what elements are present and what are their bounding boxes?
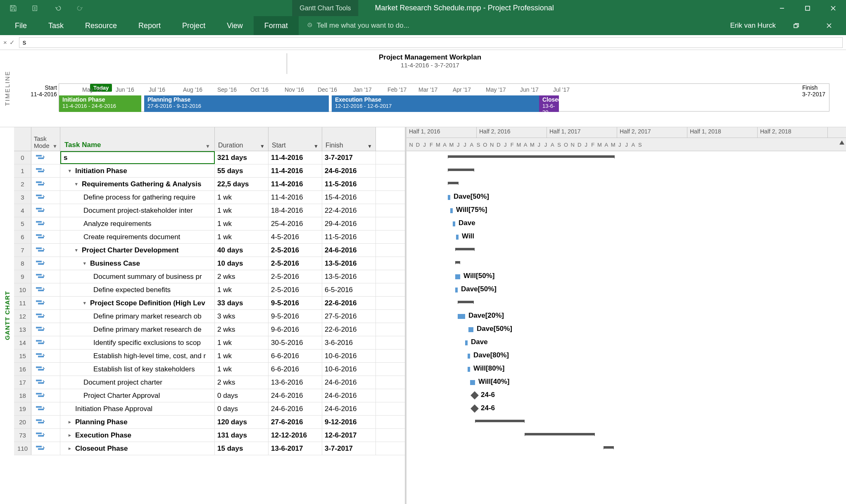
task-row[interactable]: 20▸Planning Phase120 days27-6-20169-12-2… — [14, 416, 405, 429]
task-name-cell[interactable]: ▾Project Charter Development — [60, 244, 215, 257]
task-row[interactable]: 5Analyze requirements1 wk25-4-201629-4-2… — [14, 217, 405, 231]
task-name-cell[interactable]: Create requirements document — [60, 231, 215, 243]
gantt-row[interactable]: Dave[80%] — [406, 349, 846, 363]
duration-cell[interactable]: 0 days — [215, 389, 269, 402]
task-name-cell[interactable]: Document project-stakeholder inter — [60, 204, 215, 217]
task-mode-cell[interactable] — [31, 151, 60, 164]
task-name-cell[interactable]: s — [60, 151, 215, 164]
duration-cell[interactable]: 1 wk — [215, 349, 269, 362]
task-mode-cell[interactable] — [31, 389, 60, 402]
summary-bar[interactable] — [525, 433, 595, 437]
task-mode-cell[interactable] — [31, 164, 60, 177]
finish-cell[interactable]: 10-6-2016 — [322, 349, 376, 362]
task-row[interactable]: 2▾Requirements Gathering & Analysis22,5 … — [14, 178, 405, 191]
finish-cell[interactable]: 24-6-2016 — [322, 402, 376, 415]
task-name-cell[interactable]: Define primary market research de — [60, 323, 215, 336]
task-mode-cell[interactable] — [31, 270, 60, 283]
col-id[interactable] — [14, 127, 31, 151]
row-id[interactable]: 13 — [14, 323, 31, 336]
task-bar[interactable] — [455, 288, 458, 292]
task-row[interactable]: 13Define primary market research de2 wks… — [14, 323, 405, 336]
timeline-track[interactable]: Today May '16Jun '16Jul '16Aug '16Sep '1… — [59, 83, 829, 112]
task-name-cell[interactable]: ▾Requirements Gathering & Analysis — [60, 178, 215, 190]
row-id[interactable]: 4 — [14, 204, 31, 217]
summary-bar[interactable] — [458, 301, 474, 305]
task-mode-cell[interactable] — [31, 442, 60, 455]
finish-cell[interactable]: 13-5-2016 — [322, 270, 376, 283]
gantt-row[interactable] — [406, 244, 846, 257]
duration-cell[interactable]: 1 wk — [215, 204, 269, 217]
row-id[interactable]: 14 — [14, 336, 31, 349]
task-bar[interactable] — [456, 235, 459, 240]
undo-icon[interactable] — [53, 3, 63, 13]
undo-history-icon[interactable] — [31, 3, 40, 13]
task-bar[interactable] — [448, 195, 450, 200]
start-cell[interactable]: 11-4-2016 — [269, 164, 322, 177]
start-cell[interactable]: 27-6-2016 — [269, 416, 322, 428]
task-row[interactable]: 1▾Initiation Phase55 days11-4-201624-6-2… — [14, 164, 405, 178]
gantt-row[interactable]: 24-6 — [406, 402, 846, 416]
redo-icon[interactable] — [75, 3, 85, 13]
finish-cell[interactable]: 11-5-2016 — [322, 231, 376, 243]
finish-cell[interactable]: 6-5-2016 — [322, 283, 376, 296]
context-tab[interactable]: Gantt Chart Tools — [292, 0, 358, 16]
task-name-cell[interactable]: Define process for gathering require — [60, 191, 215, 204]
task-mode-cell[interactable] — [31, 204, 60, 217]
row-id[interactable]: 5 — [14, 217, 31, 230]
restore-window-icon[interactable] — [783, 23, 809, 29]
finish-cell[interactable]: 24-6-2016 — [322, 389, 376, 402]
task-bar[interactable] — [470, 380, 475, 385]
task-name-cell[interactable]: Define expected benefits — [60, 283, 215, 296]
gantt-chart[interactable]: Half 1, 2016Half 2, 2016Half 1, 2017Half… — [406, 127, 846, 504]
task-row[interactable]: 18Project Charter Approval0 days24-6-201… — [14, 389, 405, 402]
task-name-cell[interactable]: ▸Closeout Phase — [60, 442, 215, 455]
row-id[interactable]: 12 — [14, 310, 31, 323]
row-id[interactable]: 16 — [14, 363, 31, 376]
task-mode-cell[interactable] — [31, 297, 60, 309]
task-bar[interactable] — [468, 367, 470, 372]
gantt-row[interactable]: Dave[50%] — [406, 191, 846, 204]
finish-cell[interactable]: 12-6-2017 — [322, 429, 376, 442]
row-id[interactable]: 20 — [14, 416, 31, 428]
task-mode-cell[interactable] — [31, 349, 60, 362]
close-document-button[interactable] — [816, 23, 842, 29]
row-id[interactable]: 19 — [14, 402, 31, 415]
task-row[interactable]: 3Define process for gathering require1 w… — [14, 191, 405, 204]
task-name-cell[interactable]: Analyze requirements — [60, 217, 215, 230]
task-row[interactable]: 10Define expected benefits1 wk2-5-20166-… — [14, 283, 405, 297]
timeline-phase[interactable]: Initiation Phase11-4-2016 - 24-6-2016 — [59, 95, 141, 112]
col-task-mode[interactable]: Task Mode▼ — [31, 127, 60, 151]
task-mode-cell[interactable] — [31, 336, 60, 349]
start-cell[interactable]: 4-5-2016 — [269, 231, 322, 243]
task-row[interactable]: 7▾Project Charter Development40 days2-5-… — [14, 244, 405, 257]
gantt-row[interactable]: Will[40%] — [406, 376, 846, 389]
user-name[interactable]: Erik van Hurck — [730, 21, 776, 30]
milestone-icon[interactable] — [471, 404, 479, 413]
gantt-row[interactable]: Dave — [406, 217, 846, 231]
start-cell[interactable]: 25-4-2016 — [269, 217, 322, 230]
start-cell[interactable]: 9-6-2016 — [269, 323, 322, 336]
gantt-row[interactable] — [406, 429, 846, 442]
summary-bar[interactable] — [604, 446, 614, 450]
duration-cell[interactable]: 1 wk — [215, 283, 269, 296]
finish-cell[interactable]: 9-12-2016 — [322, 416, 376, 428]
duration-cell[interactable]: 2 wks — [215, 376, 269, 389]
task-name-cell[interactable]: ▾Project Scope Definition (High Lev — [60, 297, 215, 309]
col-finish[interactable]: Finish▼ — [322, 127, 376, 151]
start-cell[interactable]: 2-5-2016 — [269, 257, 322, 270]
milestone-icon[interactable] — [471, 391, 479, 399]
ribbon-tab-format[interactable]: Format — [254, 16, 299, 35]
start-cell[interactable]: 24-6-2016 — [269, 389, 322, 402]
finish-cell[interactable]: 11-5-2016 — [322, 178, 376, 190]
gantt-row[interactable]: Will[50%] — [406, 270, 846, 283]
minimize-button[interactable] — [769, 0, 795, 16]
duration-cell[interactable]: 1 wk — [215, 231, 269, 243]
finish-cell[interactable]: 15-4-2016 — [322, 191, 376, 204]
finish-cell[interactable]: 24-6-2016 — [322, 244, 376, 257]
gantt-row[interactable] — [406, 178, 846, 191]
task-bar[interactable] — [455, 274, 460, 279]
task-row[interactable]: 15Establish high-level time, cost, and r… — [14, 349, 405, 363]
gantt-row[interactable]: Will — [406, 231, 846, 244]
entry-input[interactable] — [19, 37, 843, 48]
summary-bar[interactable] — [448, 155, 615, 159]
